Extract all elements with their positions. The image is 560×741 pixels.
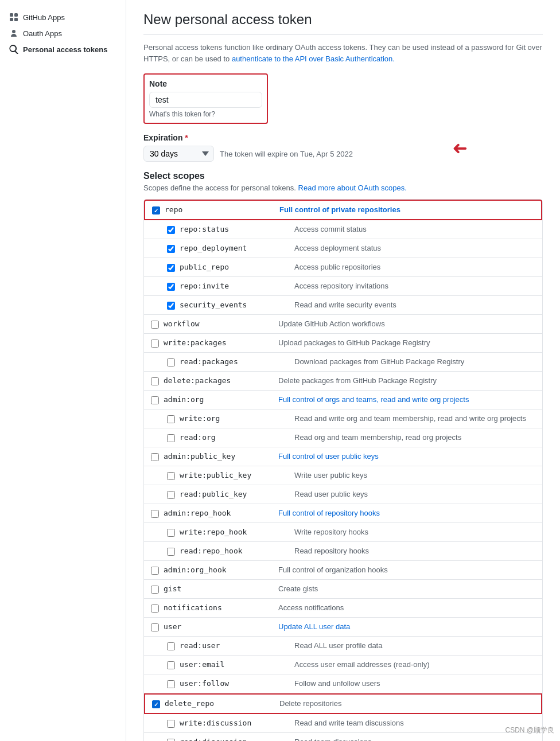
scope-row-admin-public-key: admin:public_key Full control of user pu… bbox=[144, 447, 542, 466]
sidebar-item-personal-access-tokens[interactable]: Personal access tokens bbox=[0, 41, 126, 57]
sidebar-item-oauth-apps-label: Oauth Apps bbox=[23, 29, 62, 38]
scope-desc-user-follow: Follow and unfollow users bbox=[294, 679, 535, 688]
scope-desc-read-discussion: Read team discussions bbox=[294, 738, 535, 741]
sidebar: GitHub Apps Oauth Apps Personal access t… bbox=[0, 0, 126, 741]
scope-name-user: user bbox=[164, 622, 278, 631]
write-packages-checkbox[interactable] bbox=[151, 340, 159, 348]
scope-name-write-packages: write:packages bbox=[164, 338, 278, 347]
read-packages-checkbox[interactable] bbox=[167, 358, 175, 366]
sidebar-item-github-apps-label: GitHub Apps bbox=[23, 13, 65, 22]
notifications-checkbox[interactable] bbox=[151, 604, 159, 613]
admin-repo-hook-checkbox[interactable] bbox=[151, 510, 159, 518]
scope-desc-security-events: Read and write security events bbox=[294, 301, 535, 309]
required-indicator: * bbox=[185, 133, 188, 142]
watermark: CSDN @顾学良 bbox=[505, 726, 554, 735]
scope-row-user-follow: user:follow Follow and unfollow users bbox=[144, 674, 542, 693]
scope-desc-workflow: Update GitHub Action workflows bbox=[278, 319, 535, 328]
security-events-checkbox[interactable] bbox=[167, 302, 175, 310]
main-content: New personal access token Personal acces… bbox=[126, 0, 560, 741]
scope-row-delete-packages: delete:packages Delete packages from Git… bbox=[144, 372, 542, 391]
scope-name-repo-invite: repo:invite bbox=[180, 282, 294, 290]
delete-packages-checkbox[interactable] bbox=[151, 377, 159, 385]
scope-desc-admin-repo-hook: Full control of repository hooks bbox=[278, 509, 535, 517]
read-repo-hook-checkbox[interactable] bbox=[167, 548, 175, 556]
scope-desc-write-public-key: Write user public keys bbox=[294, 471, 535, 479]
scope-desc-write-packages: Upload packages to GitHub Package Regist… bbox=[278, 338, 535, 347]
delete-repo-checkbox[interactable] bbox=[152, 700, 160, 708]
page-description: Personal access tokens function like ord… bbox=[143, 42, 543, 64]
scope-desc-repo-deployment: Access deployment status bbox=[294, 244, 535, 252]
grid-icon bbox=[9, 13, 18, 22]
scope-desc-gist: Create gists bbox=[278, 584, 535, 593]
note-input[interactable] bbox=[149, 92, 262, 108]
scope-desc-read-public-key: Read user public keys bbox=[294, 490, 535, 498]
write-discussion-checkbox[interactable] bbox=[167, 720, 175, 728]
user-follow-checkbox[interactable] bbox=[167, 680, 175, 688]
scope-row-repo-status: repo:status Access commit status bbox=[144, 220, 542, 239]
scope-row-write-discussion: write:discussion Read and write team dis… bbox=[144, 714, 542, 733]
sidebar-item-personal-access-tokens-label: Personal access tokens bbox=[23, 45, 107, 54]
scope-desc-write-discussion: Read and write team discussions bbox=[294, 719, 535, 727]
scope-desc-repo-status: Access commit status bbox=[294, 225, 535, 233]
scope-name-delete-packages: delete:packages bbox=[164, 376, 278, 385]
scope-row-user-email: user:email Access user email addresses (… bbox=[144, 656, 542, 674]
sidebar-item-oauth-apps[interactable]: Oauth Apps bbox=[0, 25, 126, 41]
scope-name-admin-org: admin:org bbox=[164, 395, 278, 404]
scope-name-gist: gist bbox=[164, 584, 278, 593]
write-repo-hook-checkbox[interactable] bbox=[167, 529, 175, 537]
gist-checkbox[interactable] bbox=[151, 586, 159, 594]
scope-desc-delete-packages: Delete packages from GitHub Package Regi… bbox=[278, 376, 535, 385]
scope-row-read-packages: read:packages Download packages from Git… bbox=[144, 353, 542, 372]
scope-row-gist: gist Create gists bbox=[144, 580, 542, 599]
user-checkbox[interactable] bbox=[151, 623, 159, 631]
scope-name-write-repo-hook: write:repo_hook bbox=[180, 528, 294, 536]
repo-invite-checkbox[interactable] bbox=[167, 283, 175, 291]
read-user-checkbox[interactable] bbox=[167, 642, 175, 650]
sidebar-item-github-apps[interactable]: GitHub Apps bbox=[0, 9, 126, 25]
scope-desc-read-packages: Download packages from GitHub Package Re… bbox=[294, 357, 535, 366]
scope-row-write-org: write:org Read and write org and team me… bbox=[144, 410, 542, 428]
write-org-checkbox[interactable] bbox=[167, 415, 175, 423]
description-link[interactable]: authenticate to the API over Basic Authe… bbox=[232, 54, 395, 63]
expiration-field: Expiration * 30 days 7 days 60 days 90 d… bbox=[143, 133, 353, 162]
read-org-checkbox[interactable] bbox=[167, 434, 175, 442]
repo-deployment-checkbox[interactable] bbox=[167, 245, 175, 253]
public-repo-checkbox[interactable] bbox=[167, 264, 175, 272]
scope-name-admin-org-hook: admin:org_hook bbox=[164, 566, 278, 574]
scope-row-admin-org-hook: admin:org_hook Full control of organizat… bbox=[144, 561, 542, 580]
note-label: Note bbox=[149, 79, 262, 88]
scope-name-read-org: read:org bbox=[180, 433, 294, 442]
scopes-table: repo Full control of private repositorie… bbox=[143, 199, 543, 741]
scope-name-user-email: user:email bbox=[180, 660, 294, 669]
scope-desc-admin-org: Full control of orgs and teams, read and… bbox=[278, 395, 535, 404]
expiration-section: Expiration * 30 days 7 days 60 days 90 d… bbox=[143, 133, 543, 162]
scope-name-repo: repo bbox=[165, 205, 279, 214]
repo-status-checkbox[interactable] bbox=[167, 226, 175, 234]
scope-desc-repo-invite: Access repository invitations bbox=[294, 282, 535, 290]
admin-org-checkbox[interactable] bbox=[151, 396, 159, 404]
scope-name-security-events: security_events bbox=[180, 301, 294, 309]
scope-desc-repo: Full control of private repositories bbox=[279, 205, 534, 214]
scope-name-admin-public-key: admin:public_key bbox=[164, 452, 278, 461]
admin-org-hook-checkbox[interactable] bbox=[151, 567, 159, 575]
scope-desc-read-repo-hook: Read repository hooks bbox=[294, 547, 535, 555]
read-public-key-checkbox[interactable] bbox=[167, 491, 175, 499]
scope-name-repo-deployment: repo_deployment bbox=[180, 244, 294, 252]
repo-checkbox[interactable] bbox=[152, 206, 160, 214]
scopes-link[interactable]: Read more about OAuth scopes. bbox=[298, 184, 407, 192]
scope-row-public-repo: public_repo Access public repositories bbox=[144, 258, 542, 277]
scope-row-user: user Update ALL user data bbox=[144, 618, 542, 637]
note-hint: What's this token for? bbox=[149, 110, 262, 118]
expiration-select[interactable]: 30 days 7 days 60 days 90 days Custom No… bbox=[143, 146, 214, 162]
admin-public-key-checkbox[interactable] bbox=[151, 453, 159, 461]
scope-row-write-public-key: write:public_key Write user public keys bbox=[144, 466, 542, 485]
scope-name-read-repo-hook: read:repo_hook bbox=[180, 547, 294, 555]
scope-name-read-public-key: read:public_key bbox=[180, 490, 294, 498]
page-title: New personal access token bbox=[143, 11, 543, 35]
scope-row-security-events: security_events Read and write security … bbox=[144, 296, 542, 315]
workflow-checkbox[interactable] bbox=[151, 321, 159, 329]
read-discussion-checkbox[interactable] bbox=[167, 739, 175, 741]
scope-name-read-user: read:user bbox=[180, 641, 294, 650]
user-email-checkbox[interactable] bbox=[167, 661, 175, 669]
write-public-key-checkbox[interactable] bbox=[167, 472, 175, 480]
